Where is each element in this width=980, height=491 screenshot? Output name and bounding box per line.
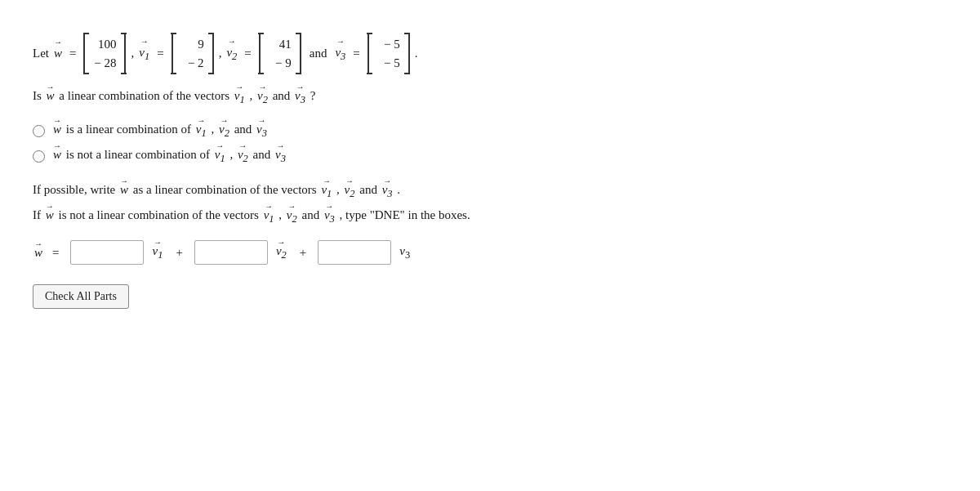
lc-row: → w = → v1 + → v2 + v3 xyxy=(33,240,768,265)
equals-3: = xyxy=(244,38,251,69)
radio-option-1[interactable]: → w is a linear combination of → v1 , → … xyxy=(33,123,768,140)
v2-vec-instr2: → v2 xyxy=(287,208,297,225)
instr1-period: . xyxy=(397,183,400,196)
comma-1: , xyxy=(131,38,134,69)
plus-1: + xyxy=(176,246,182,260)
problem-container: Let → w = 100 − 28 , → v1 = xyxy=(33,25,768,309)
v2-vec-opt1: → v2 xyxy=(219,123,229,140)
w-matrix: 100 − 28 xyxy=(83,33,126,74)
v3-vec-instr2: → v3 xyxy=(324,208,335,225)
instr1-if: If possible, write xyxy=(33,183,118,196)
button-row: Check All Parts xyxy=(33,284,768,309)
w-vec-instr2: → w xyxy=(46,208,54,222)
v2-vec-opt2: → v2 xyxy=(238,148,248,165)
v1-vec-opt1: → v1 xyxy=(196,123,207,140)
instr1-mid: as a linear combination of the vectors xyxy=(133,183,320,196)
v3-lc: v3 xyxy=(399,244,410,261)
v3-vec-opt2: → v3 xyxy=(275,148,286,165)
question-and: and xyxy=(273,89,293,102)
w-vec-opt2: → w xyxy=(53,148,61,162)
v1-vec-label: → v1 xyxy=(139,38,149,69)
radio-is[interactable] xyxy=(33,125,45,137)
radio-option-2[interactable]: → w is not a linear combination of → v1 … xyxy=(33,148,768,165)
check-all-parts-button[interactable]: Check All Parts xyxy=(33,284,129,309)
v3-vec-opt1: → v3 xyxy=(256,123,267,140)
instr2-comma: , xyxy=(278,208,285,221)
v3-vec-instr1: → v3 xyxy=(382,183,393,200)
coefficient-1-input[interactable] xyxy=(70,240,144,265)
v2-matrix: 41 − 9 xyxy=(259,33,301,74)
question-line: Is → w a linear combination of the vecto… xyxy=(33,89,768,106)
v3-vec-q: → v3 xyxy=(295,89,305,106)
v1-vec-q: → v1 xyxy=(234,89,245,106)
w-row1: 100 xyxy=(93,35,116,54)
instr2-if: If xyxy=(33,208,44,221)
lc-equals: = xyxy=(52,246,59,260)
equals-2: = xyxy=(157,38,163,69)
v2-vec-label: → v2 xyxy=(226,38,237,69)
v1-vec-instr1: → v1 xyxy=(321,183,332,200)
and-label: and xyxy=(310,38,327,69)
v2-vec-instr1: → v2 xyxy=(345,183,355,200)
v3-row1: − 5 xyxy=(377,35,400,54)
v2-row2: − 9 xyxy=(269,54,292,73)
w-vec-q: → w xyxy=(47,89,55,103)
instruction-line-2: If → w is not a linear combination of th… xyxy=(33,208,768,225)
v3-row2: − 5 xyxy=(377,54,400,73)
let-label: Let xyxy=(33,38,49,69)
v1-vec-opt2: → v1 xyxy=(215,148,225,165)
question-mid: a linear combination of the vectors xyxy=(59,89,232,102)
coefficient-2-input[interactable] xyxy=(194,240,268,265)
opt2-text: is not a linear combination of xyxy=(66,148,213,161)
w-row2: − 28 xyxy=(93,54,116,73)
opt2-comma: , xyxy=(229,148,236,161)
definition-line: Let → w = 100 − 28 , → v1 = xyxy=(33,33,768,74)
period: . xyxy=(415,38,418,69)
w-vec-label: → w xyxy=(54,38,62,69)
radio-is-not[interactable] xyxy=(33,150,45,163)
w-vec-lc: → w xyxy=(34,246,42,260)
opt2-and: and xyxy=(253,148,274,161)
instr2-dne: , type "DNE" in the boxes. xyxy=(340,208,470,221)
w-vec-opt1: → w xyxy=(53,123,61,136)
opt1-comma: , xyxy=(211,123,217,136)
opt1-and: and xyxy=(234,123,255,136)
v1-lc: → v1 xyxy=(152,244,163,261)
v1-row1: 9 xyxy=(181,35,204,54)
v2-row1: 41 xyxy=(269,35,292,54)
v2-lc: → v2 xyxy=(276,244,287,261)
v1-row2: − 2 xyxy=(181,54,204,73)
comma-2: , xyxy=(219,38,222,69)
radio-group: → w is a linear combination of → v1 , → … xyxy=(33,123,768,165)
question-comma1: , xyxy=(249,89,256,102)
equals-4: = xyxy=(353,38,359,69)
instruction-line-1: If possible, write → w as a linear combi… xyxy=(33,183,768,200)
w-vec-instr1: → w xyxy=(120,183,128,197)
v1-matrix: 9 − 2 xyxy=(172,33,214,74)
v1-vec-instr2: → v1 xyxy=(264,208,274,225)
plus-2: + xyxy=(300,246,306,260)
instr2-and: and xyxy=(301,208,322,221)
equals-1: = xyxy=(69,38,76,69)
opt1-text: is a linear combination of xyxy=(66,123,194,136)
instr2-mid: is not a linear combination of the vecto… xyxy=(59,208,262,221)
instr1-and: and xyxy=(359,183,380,196)
v3-matrix: − 5 − 5 xyxy=(368,33,410,74)
question-is: Is xyxy=(33,89,45,102)
coefficient-3-input[interactable] xyxy=(318,240,391,265)
instr1-comma: , xyxy=(336,183,343,196)
v3-vec-label: → v3 xyxy=(335,38,345,69)
question-mark: ? xyxy=(310,89,316,102)
v2-vec-q: → v2 xyxy=(257,89,268,106)
